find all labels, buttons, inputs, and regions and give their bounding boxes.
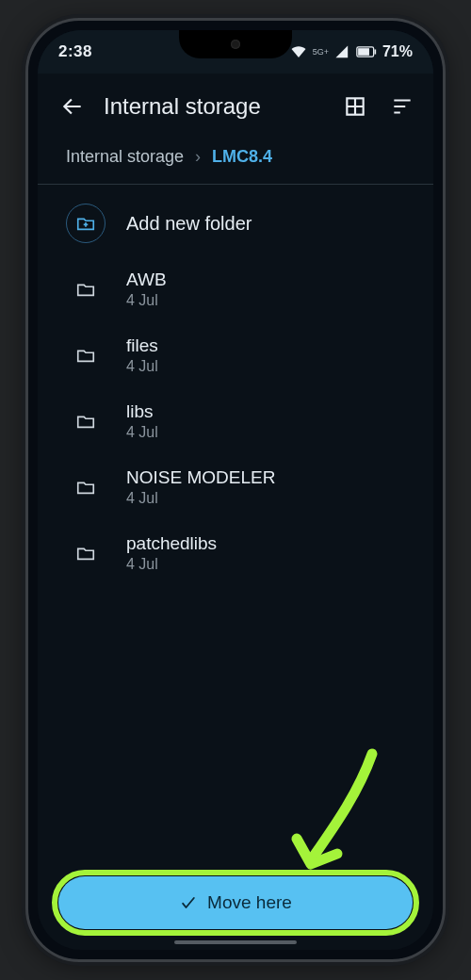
arrow-left-icon bbox=[60, 94, 85, 119]
app-bar: Internal storage bbox=[38, 74, 433, 139]
add-new-folder-label: Add new folder bbox=[126, 213, 252, 235]
battery-icon bbox=[356, 45, 377, 58]
signal-icon bbox=[334, 44, 350, 60]
phone-frame: 2:38 5G+ 71% Internal storage bbox=[28, 21, 443, 959]
folder-add-icon bbox=[66, 204, 106, 243]
move-here-button[interactable]: Move here bbox=[58, 876, 413, 929]
add-new-folder-button[interactable]: Add new folder bbox=[38, 190, 433, 256]
folder-name: NOISE MODELER bbox=[126, 467, 275, 488]
folder-date: 4 Jul bbox=[126, 556, 217, 573]
folder-icon bbox=[66, 270, 106, 309]
clock: 2:38 bbox=[58, 42, 92, 61]
breadcrumb-root[interactable]: Internal storage bbox=[66, 147, 184, 167]
folder-list: Add new folder AWB 4 Jul files 4 Jul bbox=[38, 185, 433, 863]
view-grid-button[interactable] bbox=[333, 85, 377, 128]
wifi-icon bbox=[290, 43, 307, 60]
folder-name: patchedlibs bbox=[126, 533, 217, 554]
list-item[interactable]: NOISE MODELER 4 Jul bbox=[38, 454, 433, 520]
folder-date: 4 Jul bbox=[126, 490, 275, 507]
folder-date: 4 Jul bbox=[126, 292, 167, 309]
list-item[interactable]: AWB 4 Jul bbox=[38, 256, 433, 322]
folder-icon bbox=[66, 467, 106, 507]
home-indicator bbox=[174, 940, 297, 944]
chevron-right-icon: › bbox=[195, 147, 201, 167]
sort-button[interactable] bbox=[381, 85, 424, 128]
list-item[interactable]: patchedlibs 4 Jul bbox=[38, 520, 433, 586]
back-button[interactable] bbox=[51, 85, 94, 128]
network-badge: 5G+ bbox=[313, 47, 329, 57]
svg-rect-3 bbox=[374, 49, 376, 54]
breadcrumb-current[interactable]: LMC8.4 bbox=[212, 147, 272, 167]
breadcrumb: Internal storage › LMC8.4 bbox=[38, 139, 433, 185]
folder-name: files bbox=[126, 335, 158, 356]
folder-date: 4 Jul bbox=[126, 358, 158, 375]
bottom-action-bar: Move here bbox=[38, 863, 433, 950]
screen: 2:38 5G+ 71% Internal storage bbox=[38, 30, 433, 950]
folder-name: AWB bbox=[126, 270, 167, 290]
svg-rect-2 bbox=[358, 48, 369, 56]
display-notch bbox=[179, 30, 292, 58]
grid-icon bbox=[343, 94, 367, 119]
list-item[interactable]: files 4 Jul bbox=[38, 322, 433, 388]
move-here-label: Move here bbox=[207, 892, 292, 913]
folder-name: libs bbox=[126, 401, 158, 422]
folder-icon bbox=[66, 335, 106, 375]
folder-date: 4 Jul bbox=[126, 424, 158, 441]
folder-icon bbox=[66, 401, 106, 441]
battery-percent: 71% bbox=[382, 43, 413, 60]
page-title: Internal storage bbox=[104, 93, 324, 120]
list-item[interactable]: libs 4 Jul bbox=[38, 388, 433, 454]
folder-icon bbox=[66, 533, 106, 573]
check-icon bbox=[179, 893, 198, 912]
sort-icon bbox=[390, 94, 414, 119]
